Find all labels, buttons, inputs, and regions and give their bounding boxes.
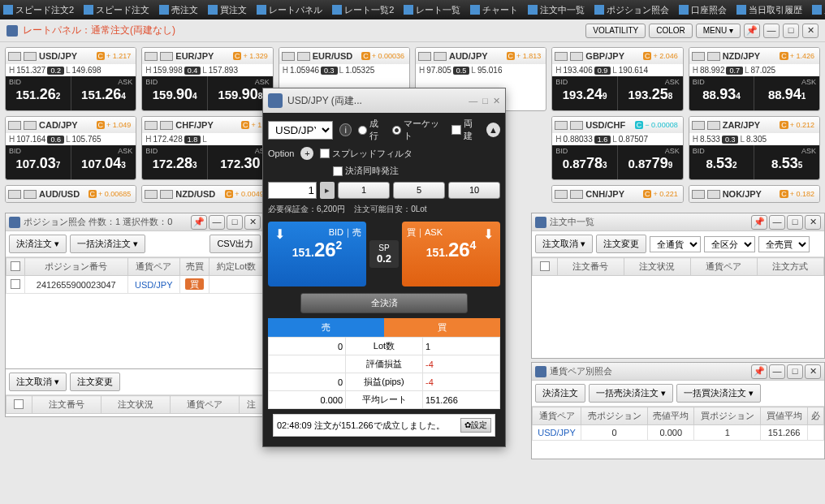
main-toolbar: スピード注文2 スピード注文 売注文 買注文 レートパネル レート一覧2 レート… bbox=[0, 0, 825, 19]
bulk-buy-close-button[interactable]: 一括買決済注文 ▾ bbox=[676, 384, 761, 403]
pin-icon[interactable]: 📌 bbox=[191, 215, 207, 230]
nav-account[interactable]: 口座照会 bbox=[679, 4, 727, 16]
ryoken-check[interactable]: 両建 bbox=[451, 118, 480, 142]
rate-panel[interactable]: GBP/JPYC+ 2.046H193.4060.9L190.614BID193… bbox=[551, 47, 683, 111]
nav-speed[interactable]: スピード注文 bbox=[84, 4, 149, 16]
maximize-button[interactable]: □ bbox=[482, 96, 488, 106]
settings-button[interactable]: ✿設定 bbox=[460, 418, 491, 433]
rate-panel[interactable]: NZD/JPYC+ 1.426H88.9920.7L87.025BID88.93… bbox=[689, 47, 820, 111]
menu-button[interactable]: MENU ▾ bbox=[696, 24, 741, 38]
plus-icon[interactable]: + bbox=[300, 147, 313, 160]
lots-input[interactable] bbox=[268, 182, 317, 199]
close-button[interactable]: ✕ bbox=[244, 215, 261, 230]
sell-tab[interactable]: 売 bbox=[268, 318, 384, 337]
nav-positions[interactable]: ポジション照会 bbox=[594, 4, 669, 16]
bulk-sell-close-button[interactable]: 一括売決済注文 ▾ bbox=[589, 384, 673, 403]
cancel-order-button[interactable]: 注文取消 ▾ bbox=[535, 235, 593, 253]
spread-filter-check[interactable]: スプレッドフィルタ bbox=[320, 148, 412, 160]
buy-tab[interactable]: 買 bbox=[384, 318, 500, 337]
market-radio[interactable]: マーケット bbox=[392, 118, 445, 142]
bulk-settle-button[interactable]: 一括決済注文 ▾ bbox=[70, 235, 145, 253]
stepper-icon[interactable]: ▸ bbox=[320, 182, 335, 199]
order-window: USD/JPY (両建... —□✕ USD/JPY i 成行 マーケット 両建… bbox=[262, 88, 506, 447]
pair-select[interactable]: USD/JPY bbox=[268, 121, 333, 140]
nav-ratelist[interactable]: レート一覧 bbox=[404, 4, 460, 16]
minimize-button[interactable]: — bbox=[769, 215, 785, 230]
pairpos-panel: 通貨ペア別照会 📌—□✕ 決済注文 一括売決済注文 ▾ 一括買決済注文 ▾ 通貨… bbox=[531, 362, 825, 459]
nav-history[interactable]: 履歴 bbox=[812, 4, 825, 16]
minimize-button[interactable]: — bbox=[763, 24, 780, 38]
csv-export-button[interactable]: CSV出力 bbox=[209, 235, 261, 253]
rate-panel[interactable]: CHF/JPYC+ 1.5H172.4281.8LBID172.283ASK17… bbox=[141, 116, 273, 180]
shikko-radio[interactable]: 成行 bbox=[358, 118, 386, 142]
table-row[interactable]: 2412655900023047USD/JPY買 bbox=[6, 276, 264, 294]
maximize-button[interactable]: □ bbox=[787, 364, 803, 379]
nav-ratelist2[interactable]: レート一覧2 bbox=[332, 4, 394, 16]
cancel-order-button[interactable]: 注文取消 ▾ bbox=[9, 373, 67, 391]
nav-pending[interactable]: 注文中一覧 bbox=[528, 4, 585, 16]
rate-panel[interactable]: EUR/JPYC+ 1.329H159.9980.4L157.893BID159… bbox=[141, 47, 273, 111]
panel-icon bbox=[535, 366, 546, 377]
color-button[interactable]: COLOR bbox=[649, 24, 693, 38]
settle-same-check[interactable]: 決済同時発注 bbox=[333, 165, 399, 177]
nav-buy[interactable]: 買注文 bbox=[208, 4, 247, 16]
close-button[interactable]: ✕ bbox=[802, 24, 819, 38]
nav-today[interactable]: 当日取引履歴 bbox=[736, 4, 802, 16]
settle-button[interactable]: 決済注文 bbox=[535, 384, 585, 403]
collapse-icon[interactable]: ▲ bbox=[486, 123, 500, 137]
bid-button[interactable]: ⬇ BID｜売 151.262 bbox=[268, 222, 366, 286]
select-all-checkbox[interactable] bbox=[14, 399, 24, 409]
side-filter[interactable]: 全売買 bbox=[758, 236, 810, 252]
lot-5-button[interactable]: 5 bbox=[393, 182, 445, 199]
subbar: レートパネル：通常注文(両建なし) VOLATILITY COLOR MENU … bbox=[0, 19, 825, 42]
select-all-checkbox[interactable] bbox=[540, 261, 550, 271]
settle-order-button[interactable]: 決済注文 ▾ bbox=[9, 235, 67, 253]
flag-icon bbox=[555, 190, 568, 199]
rate-panel[interactable]: USD/CHFC− 0.00008H0.880331.6L0.87507BID0… bbox=[551, 116, 683, 180]
rate-panel[interactable]: NZD/USDC+ 0.00492 bbox=[141, 185, 273, 203]
row-checkbox[interactable] bbox=[11, 279, 20, 289]
avail-label: 注文可能目安： bbox=[354, 205, 411, 213]
order-titlebar[interactable]: USD/JPY (両建... —□✕ bbox=[263, 88, 505, 113]
maximize-button[interactable]: □ bbox=[787, 215, 803, 230]
currency-filter[interactable]: 全通貨 bbox=[650, 236, 701, 252]
position-table: ポジション番号通貨ペア売買約定Lot数 2412655900023047USD/… bbox=[6, 257, 264, 294]
pin-icon[interactable]: 📌 bbox=[751, 215, 767, 230]
rate-panel[interactable]: USD/JPYC+ 1.217H151.3270.2L149.698BID151… bbox=[5, 47, 136, 111]
rate-panel[interactable]: AUD/USDC+ 0.00685 bbox=[5, 185, 136, 203]
volatility-button[interactable]: VOLATILITY bbox=[585, 24, 646, 38]
close-button[interactable]: ✕ bbox=[493, 96, 500, 106]
nav-chart[interactable]: チャート bbox=[470, 4, 518, 16]
nav-speed2[interactable]: スピード注文2 bbox=[3, 4, 74, 16]
nav-sell[interactable]: 売注文 bbox=[159, 4, 198, 16]
maximize-button[interactable]: □ bbox=[227, 215, 243, 230]
modify-order-button[interactable]: 注文変更 bbox=[70, 373, 120, 391]
minimize-button[interactable]: — bbox=[469, 96, 477, 106]
flag-icon bbox=[24, 52, 37, 61]
lot-10-button[interactable]: 10 bbox=[448, 182, 500, 199]
rate-panel[interactable]: ZAR/JPYC+ 0.212H8.5330.3L8.305BID8.532AS… bbox=[689, 116, 820, 180]
minimize-button[interactable]: — bbox=[769, 364, 785, 379]
log-time: 02:48:09 bbox=[277, 420, 312, 430]
lot-1-button[interactable]: 1 bbox=[338, 182, 390, 199]
modify-order-button[interactable]: 注文変更 bbox=[596, 235, 646, 253]
rate-panel[interactable]: NOK/JPYC+ 0.182 bbox=[689, 185, 820, 203]
option-label: Option bbox=[268, 149, 294, 158]
nav-ratepanel[interactable]: レートパネル bbox=[257, 4, 322, 16]
category-filter[interactable]: 全区分 bbox=[704, 236, 755, 252]
select-all-checkbox[interactable] bbox=[11, 261, 20, 271]
rate-panel[interactable]: CNH/JPYC+ 0.221 bbox=[551, 185, 683, 203]
pending-panel: 注文中一覧 📌—□✕ 注文取消 ▾ 注文変更 全通貨 全区分 全売買 注文番号注… bbox=[531, 213, 825, 359]
close-button[interactable]: ✕ bbox=[805, 215, 821, 230]
pin-icon[interactable]: 📌 bbox=[751, 364, 767, 379]
pin-icon[interactable]: 📌 bbox=[744, 24, 760, 38]
close-button[interactable]: ✕ bbox=[805, 364, 821, 379]
minimize-button[interactable]: — bbox=[209, 215, 225, 230]
rate-panel[interactable]: CAD/JPYC+ 1.049H107.1640.6L105.765BID107… bbox=[5, 116, 136, 180]
table-row[interactable]: USD/JPY00.0001151.266 bbox=[533, 425, 824, 441]
info-icon[interactable]: i bbox=[339, 123, 352, 136]
settle-all-button[interactable]: 全決済 bbox=[300, 293, 468, 313]
maximize-button[interactable]: □ bbox=[783, 24, 799, 38]
position-title: ポジション照会 件数：1 選択件数：0 bbox=[24, 216, 172, 228]
ask-button[interactable]: ⬇ 買｜ASK 151.264 bbox=[402, 222, 500, 286]
